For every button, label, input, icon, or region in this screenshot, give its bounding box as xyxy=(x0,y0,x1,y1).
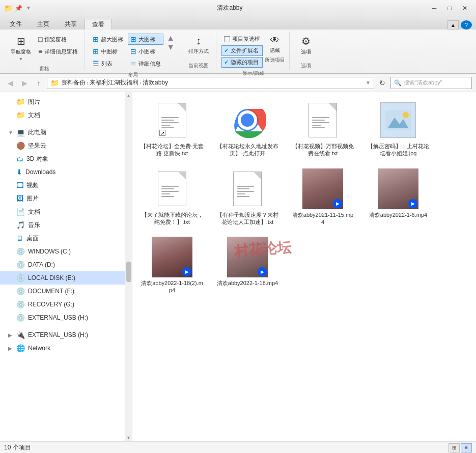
nav-pane-icon: ⊞ xyxy=(17,35,25,47)
preview-pane-btn[interactable]: □ 预览窗格 xyxy=(36,34,80,45)
desktop-icon: 🖥 xyxy=(16,234,23,242)
file-item-2[interactable]: 【村花论坛永久地址发布页】-点此打开 xyxy=(212,96,283,161)
sidebar-item-network[interactable]: ▶ 🌐 Network xyxy=(0,342,132,355)
drive-h-icon: 💿 xyxy=(16,314,25,322)
sidebar-item-drive-d[interactable]: 💿 DATA (D:) xyxy=(0,258,132,271)
back-button[interactable]: ◀ xyxy=(4,77,16,89)
list-icon: ☰ xyxy=(93,60,99,68)
showhide-group-label: 显示/隐藏 xyxy=(242,70,264,77)
checkbox-icon xyxy=(224,36,230,42)
medium-icon-btn[interactable]: ⊞ 中图标 xyxy=(90,46,126,57)
sidebar-item-3dobjects[interactable]: 🗂 3D 对象 xyxy=(0,152,132,165)
sidebar-item-documents[interactable]: 📄 文档 xyxy=(0,205,132,218)
large-icon-btn[interactable]: ⊞ 大图标 xyxy=(128,34,163,45)
window-title: 清欢abby xyxy=(33,4,427,12)
sidebar-item-drive-c[interactable]: 💿 WINDOWS (C:) xyxy=(0,245,132,258)
maximize-button[interactable]: □ xyxy=(442,3,457,14)
videos-icon: 🎞 xyxy=(16,181,23,189)
shortcut-arrow-icon: ↗ xyxy=(159,130,165,136)
extra-large-icon-btn[interactable]: ⊞ 超大图标 xyxy=(90,34,126,45)
selected-items-btn[interactable]: 所选项目 xyxy=(265,56,285,64)
sidebar-item-thispc[interactable]: ▼ 💻 此电脑 xyxy=(0,126,132,139)
sidebar-item-music[interactable]: 🎵 音乐 xyxy=(0,218,132,232)
file-label-3: 【村花视频】万部视频免费在线看.txt xyxy=(291,143,355,157)
sidebar-item-ext-usb[interactable]: ▶ 🔌 EXTERNAL_USB (H:) xyxy=(0,328,132,342)
grid-view-button[interactable]: ⊞ xyxy=(449,443,460,452)
drive-f-icon: 💿 xyxy=(16,287,25,295)
tab-view[interactable]: 查看 xyxy=(85,19,112,30)
sidebar-item-drive-f[interactable]: 💿 DOCUMENT (F:) xyxy=(0,285,132,298)
small-icon-btn[interactable]: ⊟ 小图标 xyxy=(128,46,163,57)
sidebar-scrollbar[interactable]: ▲ ▼ xyxy=(125,92,132,441)
downloads-icon: ⬇ xyxy=(16,168,22,176)
file-item-6[interactable]: 【有种子却没速度？来村花论坛人工加速】.txt xyxy=(212,165,283,230)
hidden-btn[interactable]: ✓ 隐藏的项目 xyxy=(221,57,263,68)
ribbon-group-pane: ⊞ 导航窗格 ▼ □ 预览窗格 ≡ 详细信息窗格 窗格 xyxy=(4,32,85,70)
tab-file[interactable]: 文件 xyxy=(2,18,30,30)
help-button[interactable]: ? xyxy=(461,20,472,30)
sidebar-item-desktop[interactable]: 🖥 桌面 xyxy=(0,232,132,245)
file-item-1[interactable]: ↗ 【村花论坛】全免费-无套路-更新快.txt xyxy=(136,96,208,161)
sidebar-item-pictures-quick[interactable]: 📁 图片 xyxy=(0,95,132,108)
tab-home[interactable]: 主页 xyxy=(30,18,57,30)
list-btn[interactable]: ☰ 列表 xyxy=(90,58,126,69)
path-dropdown-icon[interactable]: ▼ xyxy=(366,80,371,86)
ribbon-tabs: 文件 主页 共享 查看 ▲ ? xyxy=(0,16,476,30)
title-bar-icons: 📁 📌 ▼ xyxy=(4,4,33,12)
tab-share[interactable]: 共享 xyxy=(57,18,85,30)
details-icon: ≡ xyxy=(38,47,42,55)
music-icon: 🎵 xyxy=(16,221,25,229)
list-view-button[interactable]: ≡ xyxy=(461,443,472,452)
ribbon: 文件 主页 共享 查看 ▲ ? ⊞ 导航窗格 ▼ □ 预览窗格 xyxy=(0,16,476,74)
sidebar-item-downloads[interactable]: ⬇ Downloads xyxy=(0,165,132,179)
path-part-2[interactable]: 来福利江湖找福利 xyxy=(90,78,138,87)
pictures-icon: 🖼 xyxy=(16,194,23,203)
options-btn[interactable]: ⚙ 选项 xyxy=(295,34,317,57)
sidebar-item-docs-quick[interactable]: 📁 文档 xyxy=(0,108,132,122)
medium-icon: ⊞ xyxy=(93,47,99,55)
docs-quick-icon: 📁 xyxy=(16,111,25,119)
up-button[interactable]: ↑ xyxy=(33,77,45,89)
sidebar-item-jianguoyun[interactable]: 🟤 坚果云 xyxy=(0,139,132,152)
file-item-7[interactable]: ▶ 清欢abby2021-11-15.mp4 xyxy=(287,165,358,230)
sort-btn[interactable]: ↕ 排序方式 xyxy=(185,34,212,56)
detail-btn[interactable]: ≣ 详细信息 xyxy=(128,58,163,69)
close-button[interactable]: ✕ xyxy=(458,3,472,14)
path-part-3[interactable]: 清欢abby xyxy=(143,78,168,87)
ribbon-group-layout: ⊞ 超大图标 ⊞ 中图标 ☰ 列表 ⊞ 大图标 xyxy=(86,32,180,70)
file-item-9[interactable]: ▶ 清欢abby2022-1-18(2).mp4 xyxy=(136,233,208,298)
file-item-10[interactable]: ▶ 清欢abby2022-1-18.mp4 xyxy=(212,233,283,298)
ext-btn[interactable]: ✓ 文件扩展名 xyxy=(221,45,263,56)
sidebar-item-videos[interactable]: 🎞 视频 xyxy=(0,179,132,192)
checkbox-btn[interactable]: 项目复选框 xyxy=(221,34,263,44)
sidebar-item-drive-h[interactable]: 💿 EXTERNAL_USB (H:) xyxy=(0,311,132,324)
file-item-5[interactable]: 【来了就能下载的论坛，纯免费！】.txt xyxy=(136,165,208,230)
search-box[interactable]: 🔍 搜索"清欢abby" xyxy=(390,77,472,89)
file-item-4[interactable]: 【解压密码】：上村花论坛看小姐姐.jpg xyxy=(362,96,434,161)
file-item-3[interactable]: 【村花视频】万部视频免费在线看.txt xyxy=(287,96,358,161)
sidebar-item-pictures[interactable]: 🖼 图片 xyxy=(0,192,132,205)
sidebar-scroll-up[interactable]: ▲ xyxy=(126,92,131,98)
sort-icon: ↕ xyxy=(196,35,201,47)
ribbon-collapse-btn[interactable]: ▲ xyxy=(447,20,459,30)
refresh-button[interactable]: ↻ xyxy=(376,77,388,89)
file-label-8: 清欢abby2022-1-6.mp4 xyxy=(369,211,427,218)
sidebar-item-drive-e[interactable]: 💿 LOCAL DISK (E:) xyxy=(0,271,132,285)
forward-button[interactable]: ▶ xyxy=(18,77,31,89)
layout-scroll-btns[interactable]: ▲ ▼ xyxy=(165,34,176,52)
minimize-button[interactable]: ─ xyxy=(427,3,441,14)
hide-btn[interactable]: 👁 隐藏 xyxy=(265,34,285,55)
sidebar-item-drive-g[interactable]: 💿 RECOVERY (G:) xyxy=(0,298,132,311)
file-item-8[interactable]: ▶ 清欢abby2022-1-6.mp4 xyxy=(362,165,434,230)
file-label-1: 【村花论坛】全免费-无套路-更新快.txt xyxy=(140,143,204,157)
search-icon: 🔍 xyxy=(394,79,402,87)
file-label-9: 清欢abby2022-1-18(2).mp4 xyxy=(140,279,204,294)
sidebar-scroll-down[interactable]: ▼ xyxy=(126,435,131,441)
nav-pane-label: 导航窗格 xyxy=(11,48,31,55)
sidebar-scroll-thumb[interactable] xyxy=(126,262,131,282)
address-bar: ◀ ▶ ↑ 📁 资料备份 › 来福利江湖找福利 › 清欢abby ▼ ↻ 🔍 搜… xyxy=(0,74,476,92)
details-pane-btn[interactable]: ≡ 详细信息窗格 xyxy=(36,46,80,57)
nav-pane-btn[interactable]: ⊞ 导航窗格 ▼ xyxy=(8,34,34,63)
path-part-1[interactable]: 资料备份 xyxy=(61,78,86,87)
address-path[interactable]: 📁 资料备份 › 来福利江湖找福利 › 清欢abby ▼ xyxy=(47,77,374,89)
